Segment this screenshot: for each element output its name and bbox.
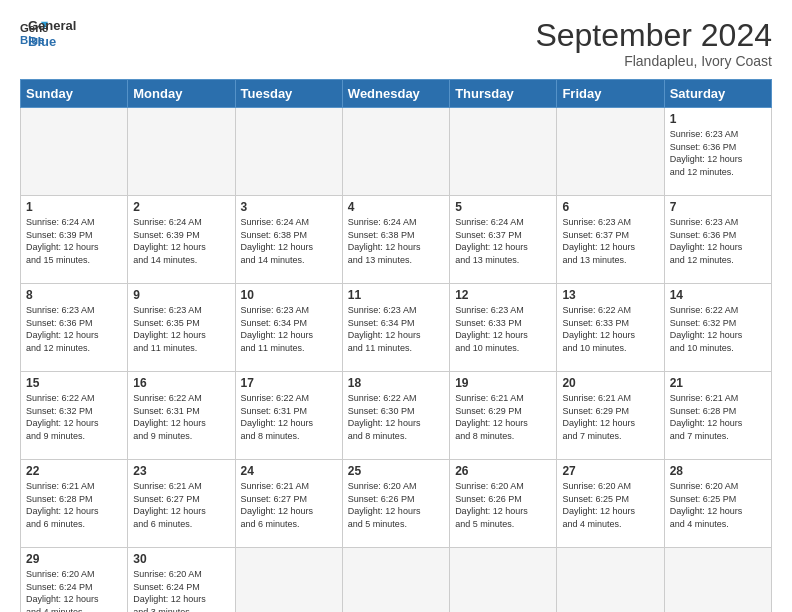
day-number: 1 (26, 200, 122, 214)
calendar-cell: 27Sunrise: 6:20 AM Sunset: 6:25 PM Dayli… (557, 460, 664, 548)
calendar-cell (128, 108, 235, 196)
day-number: 16 (133, 376, 229, 390)
calendar-cell: 7Sunrise: 6:23 AM Sunset: 6:36 PM Daylig… (664, 196, 771, 284)
calendar-week-4: 15Sunrise: 6:22 AM Sunset: 6:32 PM Dayli… (21, 372, 772, 460)
day-number: 5 (455, 200, 551, 214)
day-number: 21 (670, 376, 766, 390)
day-info: Sunrise: 6:22 AM Sunset: 6:31 PM Dayligh… (241, 392, 337, 442)
calendar-cell: 23Sunrise: 6:21 AM Sunset: 6:27 PM Dayli… (128, 460, 235, 548)
calendar-cell (450, 108, 557, 196)
calendar-cell: 22Sunrise: 6:21 AM Sunset: 6:28 PM Dayli… (21, 460, 128, 548)
day-number: 24 (241, 464, 337, 478)
calendar-cell: 20Sunrise: 6:21 AM Sunset: 6:29 PM Dayli… (557, 372, 664, 460)
logo: General Blue General Blue (20, 18, 76, 49)
calendar-cell: 26Sunrise: 6:20 AM Sunset: 6:26 PM Dayli… (450, 460, 557, 548)
day-number: 19 (455, 376, 551, 390)
dow-header-wednesday: Wednesday (342, 80, 449, 108)
day-info: Sunrise: 6:21 AM Sunset: 6:27 PM Dayligh… (241, 480, 337, 530)
day-info: Sunrise: 6:23 AM Sunset: 6:36 PM Dayligh… (670, 216, 766, 266)
calendar-cell (450, 548, 557, 612)
day-number: 25 (348, 464, 444, 478)
day-info: Sunrise: 6:24 AM Sunset: 6:38 PM Dayligh… (241, 216, 337, 266)
day-info: Sunrise: 6:20 AM Sunset: 6:26 PM Dayligh… (455, 480, 551, 530)
calendar-body: 1Sunrise: 6:23 AM Sunset: 6:36 PM Daylig… (21, 108, 772, 612)
day-info: Sunrise: 6:20 AM Sunset: 6:26 PM Dayligh… (348, 480, 444, 530)
day-number: 30 (133, 552, 229, 566)
calendar-cell: 24Sunrise: 6:21 AM Sunset: 6:27 PM Dayli… (235, 460, 342, 548)
day-info: Sunrise: 6:23 AM Sunset: 6:34 PM Dayligh… (241, 304, 337, 354)
month-title: September 2024 (535, 18, 772, 53)
day-number: 28 (670, 464, 766, 478)
day-number: 8 (26, 288, 122, 302)
day-info: Sunrise: 6:24 AM Sunset: 6:37 PM Dayligh… (455, 216, 551, 266)
day-info: Sunrise: 6:21 AM Sunset: 6:29 PM Dayligh… (455, 392, 551, 442)
day-number: 17 (241, 376, 337, 390)
calendar-week-1: 1Sunrise: 6:23 AM Sunset: 6:36 PM Daylig… (21, 108, 772, 196)
day-number: 12 (455, 288, 551, 302)
day-number: 10 (241, 288, 337, 302)
day-info: Sunrise: 6:23 AM Sunset: 6:36 PM Dayligh… (26, 304, 122, 354)
day-info: Sunrise: 6:24 AM Sunset: 6:39 PM Dayligh… (133, 216, 229, 266)
day-info: Sunrise: 6:22 AM Sunset: 6:30 PM Dayligh… (348, 392, 444, 442)
dow-header-thursday: Thursday (450, 80, 557, 108)
day-info: Sunrise: 6:24 AM Sunset: 6:38 PM Dayligh… (348, 216, 444, 266)
day-info: Sunrise: 6:22 AM Sunset: 6:32 PM Dayligh… (670, 304, 766, 354)
day-number: 29 (26, 552, 122, 566)
day-info: Sunrise: 6:20 AM Sunset: 6:24 PM Dayligh… (26, 568, 122, 612)
day-number: 15 (26, 376, 122, 390)
day-info: Sunrise: 6:21 AM Sunset: 6:28 PM Dayligh… (670, 392, 766, 442)
day-number: 27 (562, 464, 658, 478)
calendar-cell (342, 108, 449, 196)
calendar-cell: 9Sunrise: 6:23 AM Sunset: 6:35 PM Daylig… (128, 284, 235, 372)
calendar-cell: 15Sunrise: 6:22 AM Sunset: 6:32 PM Dayli… (21, 372, 128, 460)
calendar-cell: 8Sunrise: 6:23 AM Sunset: 6:36 PM Daylig… (21, 284, 128, 372)
title-section: September 2024 Flandapleu, Ivory Coast (535, 18, 772, 69)
calendar-cell: 16Sunrise: 6:22 AM Sunset: 6:31 PM Dayli… (128, 372, 235, 460)
day-info: Sunrise: 6:22 AM Sunset: 6:31 PM Dayligh… (133, 392, 229, 442)
page: General Blue General Blue September 2024… (0, 0, 792, 612)
calendar-cell (557, 108, 664, 196)
day-info: Sunrise: 6:20 AM Sunset: 6:25 PM Dayligh… (562, 480, 658, 530)
day-number: 14 (670, 288, 766, 302)
day-number: 9 (133, 288, 229, 302)
calendar-cell (21, 108, 128, 196)
calendar-cell (557, 548, 664, 612)
day-number: 20 (562, 376, 658, 390)
calendar-cell: 19Sunrise: 6:21 AM Sunset: 6:29 PM Dayli… (450, 372, 557, 460)
day-info: Sunrise: 6:20 AM Sunset: 6:24 PM Dayligh… (133, 568, 229, 612)
calendar-cell (235, 108, 342, 196)
calendar-cell: 1Sunrise: 6:23 AM Sunset: 6:36 PM Daylig… (664, 108, 771, 196)
day-number: 2 (133, 200, 229, 214)
day-number: 18 (348, 376, 444, 390)
day-info: Sunrise: 6:22 AM Sunset: 6:32 PM Dayligh… (26, 392, 122, 442)
calendar-cell: 10Sunrise: 6:23 AM Sunset: 6:34 PM Dayli… (235, 284, 342, 372)
calendar-cell: 17Sunrise: 6:22 AM Sunset: 6:31 PM Dayli… (235, 372, 342, 460)
day-number: 26 (455, 464, 551, 478)
day-info: Sunrise: 6:23 AM Sunset: 6:37 PM Dayligh… (562, 216, 658, 266)
calendar-cell: 12Sunrise: 6:23 AM Sunset: 6:33 PM Dayli… (450, 284, 557, 372)
dow-header-sunday: Sunday (21, 80, 128, 108)
calendar-table: SundayMondayTuesdayWednesdayThursdayFrid… (20, 79, 772, 612)
location: Flandapleu, Ivory Coast (535, 53, 772, 69)
dow-header-monday: Monday (128, 80, 235, 108)
calendar-week-5: 22Sunrise: 6:21 AM Sunset: 6:28 PM Dayli… (21, 460, 772, 548)
day-number: 13 (562, 288, 658, 302)
calendar-cell: 3Sunrise: 6:24 AM Sunset: 6:38 PM Daylig… (235, 196, 342, 284)
calendar-cell: 18Sunrise: 6:22 AM Sunset: 6:30 PM Dayli… (342, 372, 449, 460)
calendar-cell (664, 548, 771, 612)
calendar-week-3: 8Sunrise: 6:23 AM Sunset: 6:36 PM Daylig… (21, 284, 772, 372)
calendar-cell: 28Sunrise: 6:20 AM Sunset: 6:25 PM Dayli… (664, 460, 771, 548)
calendar-week-2: 1Sunrise: 6:24 AM Sunset: 6:39 PM Daylig… (21, 196, 772, 284)
day-number: 4 (348, 200, 444, 214)
day-info: Sunrise: 6:21 AM Sunset: 6:29 PM Dayligh… (562, 392, 658, 442)
day-number: 7 (670, 200, 766, 214)
day-info: Sunrise: 6:23 AM Sunset: 6:36 PM Dayligh… (670, 128, 766, 178)
day-info: Sunrise: 6:21 AM Sunset: 6:28 PM Dayligh… (26, 480, 122, 530)
calendar-cell: 11Sunrise: 6:23 AM Sunset: 6:34 PM Dayli… (342, 284, 449, 372)
day-number: 23 (133, 464, 229, 478)
dow-header-saturday: Saturday (664, 80, 771, 108)
calendar-cell: 29Sunrise: 6:20 AM Sunset: 6:24 PM Dayli… (21, 548, 128, 612)
calendar-cell: 14Sunrise: 6:22 AM Sunset: 6:32 PM Dayli… (664, 284, 771, 372)
calendar-cell: 25Sunrise: 6:20 AM Sunset: 6:26 PM Dayli… (342, 460, 449, 548)
day-of-week-row: SundayMondayTuesdayWednesdayThursdayFrid… (21, 80, 772, 108)
